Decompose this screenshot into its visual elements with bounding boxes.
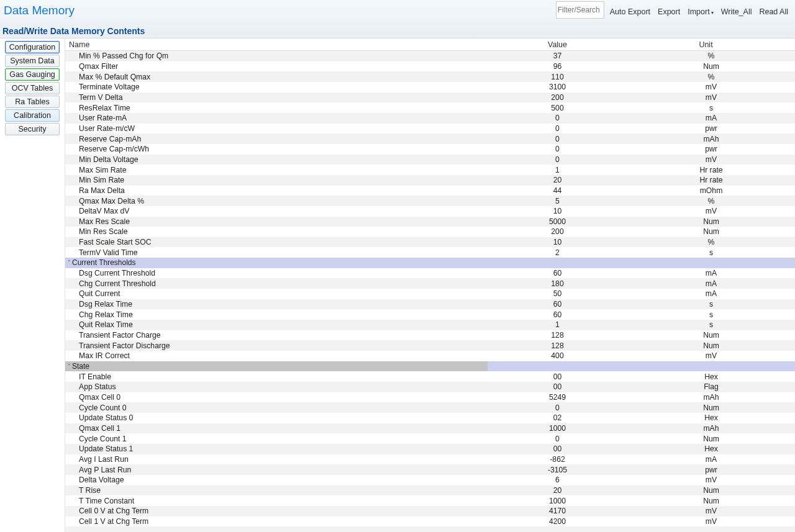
table-row[interactable]: App Status00Flag <box>65 382 795 392</box>
sidebar-item-ocv-tables[interactable]: OCV Tables <box>5 82 60 94</box>
table-row[interactable]: Chg Relax Time60s <box>65 309 795 320</box>
col-header-value[interactable]: Value <box>488 40 627 49</box>
sidebar-item-system-data[interactable]: System Data <box>5 55 60 67</box>
section-header[interactable]: ˅State <box>65 361 795 372</box>
table-row[interactable]: Reserve Cap-m/cWh0pwr <box>65 144 795 155</box>
table-row[interactable]: Update Status 002Hex <box>65 413 795 423</box>
param-value[interactable]: 5 <box>488 196 627 206</box>
param-value[interactable]: 0 <box>488 113 627 124</box>
param-value[interactable]: 60 <box>488 309 627 320</box>
param-value[interactable]: 1000 <box>488 495 627 506</box>
table-row[interactable]: Transient Factor Charge128Num <box>65 330 795 341</box>
table-row[interactable]: Update Status 100Hex <box>65 444 795 454</box>
table-row[interactable]: User Rate-m/cW0pwr <box>65 124 795 134</box>
param-value[interactable]: 37 <box>488 51 627 61</box>
param-value[interactable]: -862 <box>488 454 627 465</box>
table-row[interactable]: IT Enable00Hex <box>65 371 795 382</box>
param-value[interactable]: 0 <box>488 402 627 413</box>
param-value[interactable]: 500 <box>488 102 627 113</box>
table-row[interactable]: Chg Current Threshold180mA <box>65 278 795 289</box>
grid-body[interactable]: Min % Passed Chg for Qm37%Qmax Filter96N… <box>65 51 795 532</box>
param-value[interactable]: 128 <box>488 330 627 341</box>
table-row[interactable]: Dsg Current Threshold60mA <box>65 268 795 279</box>
param-value[interactable]: 4170 <box>488 506 627 516</box>
param-value[interactable]: 1 <box>488 165 627 175</box>
toolbar-btn-import[interactable]: Import <box>684 1 716 19</box>
param-value[interactable]: 00 <box>488 382 627 392</box>
table-row[interactable]: Reserve Cap-mAh0mAh <box>65 133 795 144</box>
param-value[interactable]: 00 <box>488 371 627 382</box>
param-value[interactable]: 0 <box>488 124 627 134</box>
param-value[interactable]: 60 <box>488 299 627 310</box>
param-value[interactable]: 02 <box>488 413 627 423</box>
table-row[interactable]: Dsg Relax Time60s <box>65 299 795 310</box>
table-row[interactable]: T Time Constant1000Num <box>65 495 795 506</box>
param-value[interactable]: -3105 <box>488 464 627 475</box>
param-value[interactable]: 200 <box>488 92 627 103</box>
param-value[interactable]: 4200 <box>488 516 627 527</box>
col-header-name[interactable]: Name <box>65 40 488 49</box>
table-row[interactable]: DeltaV Max dV10mV <box>65 206 795 217</box>
table-row[interactable]: Quit Current50mA <box>65 289 795 299</box>
table-row[interactable]: Avg I Last Run-862mA <box>65 454 795 465</box>
param-value[interactable]: 400 <box>488 351 627 361</box>
table-row[interactable]: Min % Passed Chg for Qm37% <box>65 51 795 61</box>
param-value[interactable]: 0 <box>488 433 627 444</box>
table-row[interactable]: Qmax Filter96Num <box>65 61 795 72</box>
param-value[interactable]: 0 <box>488 133 627 144</box>
table-row[interactable]: Quit Relax Time1s <box>65 320 795 330</box>
param-value[interactable]: 180 <box>488 278 627 289</box>
table-row[interactable]: Fast Scale Start SOC10% <box>65 237 795 248</box>
param-value[interactable]: 96 <box>488 61 627 72</box>
table-row[interactable]: Qmax Max Delta %5% <box>65 196 795 206</box>
table-row[interactable]: Terminate Voltage3100mV <box>65 82 795 92</box>
param-value[interactable]: 200 <box>488 227 627 237</box>
param-value[interactable]: 20 <box>488 175 627 186</box>
param-value[interactable]: 10 <box>488 237 627 248</box>
table-row[interactable]: Qmax Cell 11000mAh <box>65 423 795 434</box>
table-row[interactable]: Qmax Cell 05249mAh <box>65 392 795 403</box>
toolbar-btn-write-all[interactable]: Write_All <box>718 1 755 19</box>
param-value[interactable]: 6 <box>488 475 627 485</box>
filter-search-input[interactable]: Filter/Search <box>556 1 604 19</box>
param-value[interactable]: 5249 <box>488 392 627 403</box>
sidebar-item-calibration[interactable]: Calibration <box>5 109 60 122</box>
param-value[interactable]: 50 <box>488 289 627 299</box>
table-row[interactable]: Max % Default Qmax110% <box>65 71 795 82</box>
table-row[interactable]: Cycle Count 10Num <box>65 433 795 444</box>
table-row[interactable]: Ra Max Delta44mOhm <box>65 186 795 196</box>
table-row[interactable]: Max IR Correct400mV <box>65 351 795 361</box>
param-value[interactable]: 20 <box>488 485 627 496</box>
sidebar-item-security[interactable]: Security <box>5 123 60 135</box>
param-value[interactable]: 10 <box>488 206 627 217</box>
table-row[interactable]: Min Res Scale200Num <box>65 227 795 237</box>
table-row[interactable] <box>65 526 795 532</box>
table-row[interactable]: Cycle Count 00Num <box>65 402 795 413</box>
param-value[interactable]: 2 <box>488 247 627 258</box>
table-row[interactable]: Cell 0 V at Chg Term4170mV <box>65 506 795 516</box>
sidebar-item-gas-gauging[interactable]: Gas Gauging <box>5 68 60 81</box>
param-value[interactable]: 0 <box>488 144 627 155</box>
param-value[interactable]: 128 <box>488 340 627 351</box>
toolbar-btn-export[interactable]: Export <box>655 1 683 19</box>
table-row[interactable]: Max Sim Rate1Hr rate <box>65 165 795 175</box>
table-row[interactable]: User Rate-mA0mA <box>65 113 795 124</box>
table-row[interactable]: T Rise20Num <box>65 485 795 496</box>
table-row[interactable]: Avg P Last Run-3105pwr <box>65 464 795 475</box>
table-row[interactable]: TermV Valid Time2s <box>65 247 795 258</box>
table-row[interactable]: ResRelax Time500s <box>65 102 795 113</box>
table-row[interactable]: Max Res Scale5000Num <box>65 217 795 227</box>
param-value[interactable]: 44 <box>488 186 627 196</box>
param-value[interactable]: 0 <box>488 155 627 165</box>
param-value[interactable]: 1000 <box>488 423 627 434</box>
param-value[interactable] <box>488 526 627 532</box>
sidebar-item-ra-tables[interactable]: Ra Tables <box>5 96 60 108</box>
toolbar-btn-auto-export[interactable]: Auto Export <box>607 1 653 19</box>
table-row[interactable]: Min Delta Voltage0mV <box>65 155 795 165</box>
param-value[interactable]: 00 <box>488 444 627 454</box>
toolbar-btn-read-all[interactable]: Read All <box>756 1 791 19</box>
table-row[interactable]: Cell 1 V at Chg Term4200mV <box>65 516 795 527</box>
section-header[interactable]: ˅Current Thresholds <box>65 258 795 268</box>
table-row[interactable]: Delta Voltage6mV <box>65 475 795 485</box>
param-value[interactable]: 60 <box>488 268 627 279</box>
